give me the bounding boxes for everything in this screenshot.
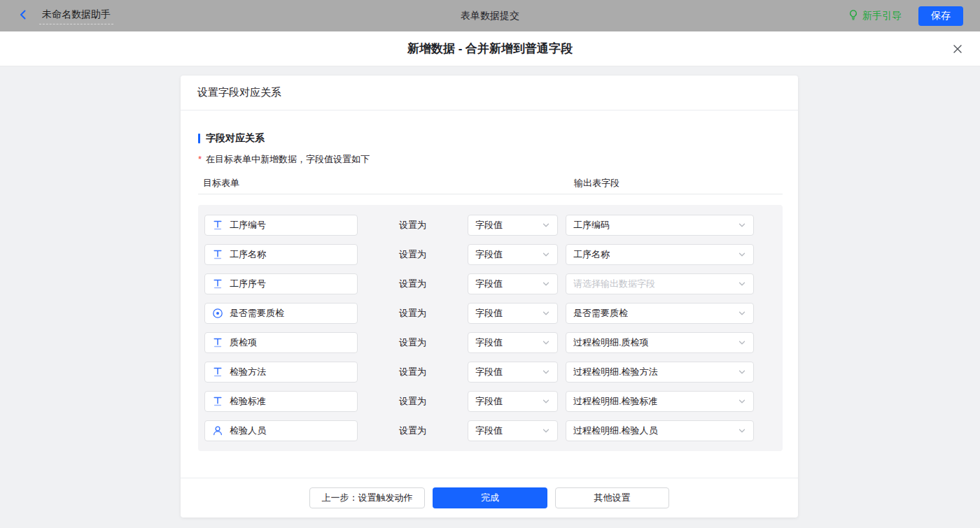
target-field-box[interactable]: 检验方法: [204, 362, 358, 383]
value-mode-select[interactable]: 字段值: [468, 332, 558, 353]
column-header-output: 输出表字段: [574, 177, 620, 190]
chevron-down-icon: [738, 280, 746, 288]
value-mode-value: 字段值: [475, 248, 503, 261]
value-mode-select[interactable]: 字段值: [468, 362, 558, 383]
output-field-value: 过程检明细.质检项: [573, 336, 649, 349]
chevron-down-icon: [738, 250, 746, 259]
close-button[interactable]: [952, 43, 963, 55]
target-field-label: 工序序号: [230, 278, 266, 290]
other-settings-button[interactable]: 其他设置: [555, 487, 669, 508]
chevron-down-icon: [738, 309, 746, 317]
output-field-select[interactable]: 过程检明细.检验方法: [566, 362, 754, 383]
mapping-row: 工序序号 设置为 字段值 请选择输出数据字段: [204, 273, 771, 294]
target-field-label: 检验方法: [230, 366, 266, 378]
dialog-title: 新增数据 - 合并新增到普通字段: [407, 41, 573, 57]
set-as-label: 设置为: [399, 391, 426, 412]
field-mapping-card: 设置字段对应关系 字段对应关系 * 在目标表单中新增数据，字段值设置如下 目标表…: [181, 76, 798, 518]
output-field-select[interactable]: 工序编码: [566, 215, 754, 236]
set-as-label: 设置为: [399, 215, 426, 236]
topbar: 未命名数据助手 表单数据提交 新手引导 保存: [0, 0, 980, 31]
chevron-down-icon: [738, 221, 746, 229]
column-headers: 目标表单 输出表字段: [198, 177, 783, 194]
text-field-icon: [212, 278, 223, 290]
output-field-value: 过程检明细.检验人员: [573, 424, 658, 437]
mapping-row: 质检项 设置为 字段值 过程检明细.质检项: [204, 332, 771, 353]
target-field-box[interactable]: 工序序号: [204, 273, 358, 294]
back-chevron-icon: [17, 8, 29, 24]
chevron-down-icon: [542, 309, 550, 317]
output-field-select[interactable]: 过程检明细.检验人员: [566, 420, 754, 441]
beginner-guide-label: 新手引导: [862, 10, 902, 22]
chevron-down-icon: [738, 368, 746, 376]
text-field-icon: [212, 366, 223, 378]
chevron-down-icon: [542, 427, 550, 435]
output-field-select[interactable]: 过程检明细.检验标准: [566, 391, 754, 412]
target-field-label: 是否需要质检: [230, 307, 284, 320]
set-as-label: 设置为: [399, 244, 426, 265]
target-field-label: 检验标准: [230, 395, 266, 408]
mapping-row: 检验标准 设置为 字段值 过程检明细.检验标准: [204, 391, 771, 412]
target-field-box[interactable]: 质检项: [204, 332, 358, 353]
section-title-label: 字段对应关系: [206, 132, 265, 145]
target-field-box[interactable]: 工序编号: [204, 215, 358, 236]
card-header: 设置字段对应关系: [181, 76, 798, 110]
topbar-title: 表单数据提交: [461, 10, 519, 22]
value-mode-value: 字段值: [475, 307, 503, 320]
output-field-value: 工序名称: [573, 248, 610, 261]
value-mode-select[interactable]: 字段值: [468, 273, 558, 294]
output-field-select[interactable]: 过程检明细.质检项: [566, 332, 754, 353]
mapping-row: 工序编号 设置为 字段值 工序编码: [204, 215, 771, 236]
mapping-row: 检验人员 设置为 字段值 过程检明细.检验人员: [204, 420, 771, 441]
output-field-value: 过程检明细.检验方法: [573, 366, 658, 378]
target-field-label: 检验人员: [230, 424, 266, 437]
value-mode-select[interactable]: 字段值: [468, 215, 558, 236]
lightbulb-icon: [848, 9, 859, 22]
target-field-box[interactable]: 检验标准: [204, 391, 358, 412]
save-button[interactable]: 保存: [918, 6, 963, 26]
chevron-down-icon: [738, 397, 746, 406]
radio-field-icon: [212, 308, 223, 319]
value-mode-value: 字段值: [475, 219, 503, 231]
mapping-description-text: 在目标表单中新增数据，字段值设置如下: [206, 153, 370, 166]
assistant-name[interactable]: 未命名数据助手: [39, 7, 113, 24]
text-field-icon: [212, 220, 223, 231]
value-mode-value: 字段值: [475, 278, 503, 290]
column-header-target: 目标表单: [203, 177, 239, 190]
chevron-down-icon: [542, 250, 550, 259]
target-field-box[interactable]: 工序名称: [204, 244, 358, 265]
output-field-select[interactable]: 是否需要质检: [566, 303, 754, 324]
value-mode-select[interactable]: 字段值: [468, 391, 558, 412]
close-icon: [952, 43, 963, 55]
user-field-icon: [212, 425, 223, 436]
mapping-panel: 工序编号 设置为 字段值 工序编码 工序名称 设置为 字段值 工序名称 工序序号: [198, 205, 783, 451]
output-field-select[interactable]: 工序名称: [566, 244, 754, 265]
target-field-box[interactable]: 是否需要质检: [204, 303, 358, 324]
chevron-down-icon: [542, 280, 550, 288]
chevron-down-icon: [542, 338, 550, 347]
text-field-icon: [212, 396, 223, 407]
set-as-label: 设置为: [399, 273, 426, 294]
mapping-row: 是否需要质检 设置为 字段值 是否需要质检: [204, 303, 771, 324]
output-field-value: 请选择输出数据字段: [573, 278, 655, 290]
chevron-down-icon: [542, 221, 550, 229]
beginner-guide-link[interactable]: 新手引导: [848, 9, 902, 22]
value-mode-select[interactable]: 字段值: [468, 244, 558, 265]
back-button[interactable]: [17, 8, 29, 24]
dialog-header: 新增数据 - 合并新增到普通字段: [0, 31, 980, 66]
card-header-title: 设置字段对应关系: [197, 86, 281, 99]
value-mode-select[interactable]: 字段值: [468, 303, 558, 324]
target-field-box[interactable]: 检验人员: [204, 420, 358, 441]
value-mode-select[interactable]: 字段值: [468, 420, 558, 441]
section-accent-bar: [198, 134, 200, 143]
output-field-select[interactable]: 请选择输出数据字段: [566, 273, 754, 294]
mapping-description: * 在目标表单中新增数据，字段值设置如下: [198, 153, 783, 166]
prev-step-button[interactable]: 上一步：设置触发动作: [309, 487, 425, 508]
required-asterisk: *: [198, 154, 202, 164]
done-button[interactable]: 完成: [433, 487, 547, 508]
section-title: 字段对应关系: [198, 132, 783, 145]
set-as-label: 设置为: [399, 303, 426, 324]
text-field-icon: [212, 337, 223, 348]
chevron-down-icon: [738, 427, 746, 435]
card-footer: 上一步：设置触发动作 完成 其他设置: [181, 478, 798, 518]
value-mode-value: 字段值: [475, 395, 503, 408]
